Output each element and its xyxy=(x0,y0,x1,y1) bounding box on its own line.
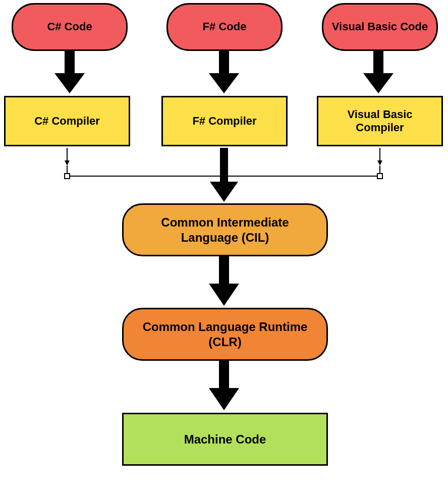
label-cil: Common Intermediate Language (CIL) xyxy=(133,215,317,245)
svg-marker-17 xyxy=(210,182,238,202)
label-fsharp-code: F# Code xyxy=(203,20,247,33)
label-vb-compiler: Visual Basic Compiler xyxy=(323,108,436,135)
svg-rect-0 xyxy=(65,51,75,75)
svg-marker-5 xyxy=(363,73,394,93)
node-vb-code: Visual Basic Code xyxy=(322,3,438,51)
svg-rect-2 xyxy=(219,51,229,75)
svg-marker-12 xyxy=(377,160,382,166)
arrow-clr-to-machine xyxy=(209,361,239,410)
label-csharp-compiler: C# Compiler xyxy=(34,115,100,128)
svg-rect-20 xyxy=(219,361,229,390)
svg-marker-21 xyxy=(209,388,239,410)
arrow-fsharp-compiler-to-cil xyxy=(210,148,238,202)
node-fsharp-code: F# Code xyxy=(166,3,283,51)
node-machine-code: Machine Code xyxy=(122,413,328,466)
arrow-csharp-code-to-compiler xyxy=(54,51,85,93)
node-csharp-compiler: C# Compiler xyxy=(4,96,130,146)
svg-marker-3 xyxy=(209,73,239,93)
label-csharp-code: C# Code xyxy=(47,20,92,33)
label-clr: Common Language Runtime (CLR) xyxy=(133,319,317,350)
arrow-fsharp-code-to-compiler xyxy=(209,51,239,93)
arrow-cil-to-clr xyxy=(209,256,239,306)
svg-rect-14 xyxy=(377,174,382,179)
svg-rect-16 xyxy=(220,148,228,184)
svg-marker-7 xyxy=(65,160,70,166)
svg-marker-1 xyxy=(54,73,85,93)
node-cil: Common Intermediate Language (CIL) xyxy=(122,203,328,256)
connector-vb-compiler-to-bus xyxy=(228,148,382,179)
label-vb-code: Visual Basic Code xyxy=(332,20,428,33)
svg-rect-4 xyxy=(373,51,383,75)
label-fsharp-compiler: F# Compiler xyxy=(192,115,256,128)
node-clr: Common Language Runtime (CLR) xyxy=(122,308,328,361)
arrow-vb-code-to-compiler xyxy=(363,51,394,93)
label-machine-code: Machine Code xyxy=(184,432,266,447)
svg-rect-18 xyxy=(219,256,229,286)
connector-csharp-compiler-to-bus xyxy=(65,148,220,179)
node-vb-compiler: Visual Basic Compiler xyxy=(317,96,443,146)
svg-marker-19 xyxy=(209,284,239,306)
node-csharp-code: C# Code xyxy=(12,3,128,51)
node-fsharp-compiler: F# Compiler xyxy=(161,96,288,146)
svg-rect-9 xyxy=(65,174,70,179)
